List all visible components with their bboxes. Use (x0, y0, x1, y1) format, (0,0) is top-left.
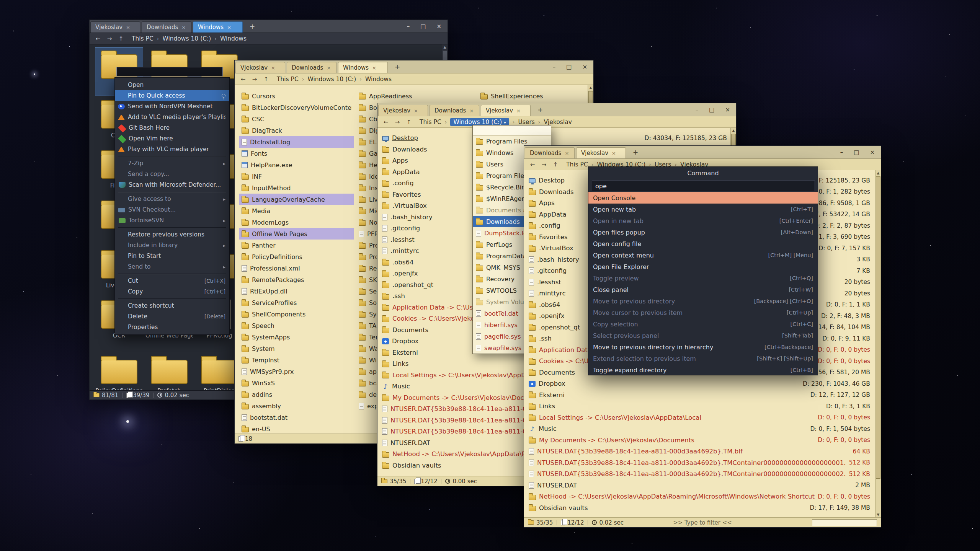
breadcrumb-item[interactable]: This PC (277, 76, 299, 83)
command-item[interactable]: Open new tab[Ctrl+T] (588, 204, 818, 215)
menu-item[interactable]: Create shortcut (115, 300, 229, 311)
titlebar[interactable]: Vjekoslav×Downloads×Vjekoslav×+ – □ × (377, 103, 736, 116)
list-item[interactable]: AppReadiness (356, 90, 471, 102)
command-search-input[interactable] (592, 181, 815, 191)
new-tab-button[interactable]: + (630, 148, 641, 156)
breadcrumb-item[interactable]: Vjekoslav (544, 119, 572, 126)
list-item[interactable]: LinksD: 0, F: 3, 1 KB (526, 401, 872, 412)
grid-item[interactable]: Prefetch (145, 353, 193, 390)
maximize-button[interactable]: □ (709, 106, 714, 113)
breadcrumb-item[interactable]: Windows 10 (C:) (307, 76, 356, 83)
scroll-down-icon[interactable]: ▼ (875, 512, 881, 517)
tab-downloads[interactable]: Downloads× (287, 62, 336, 73)
tab-vjekoslav[interactable]: Vjekoslav× (576, 147, 626, 158)
breadcrumb-item[interactable]: This PC (566, 161, 588, 168)
forward-button[interactable]: → (393, 119, 402, 126)
scroll-up-icon[interactable]: ▲ (875, 170, 881, 176)
minimize-button[interactable]: – (553, 64, 556, 70)
list-item[interactable]: ◆DropboxD: 230, F: 1043, 46 GB (526, 378, 872, 390)
tab-close-icon[interactable]: × (181, 24, 186, 30)
list-item[interactable]: NTUSER.DAT{53b39e88-18c4-11ea-a811-000d3… (526, 468, 872, 480)
grid-item[interactable]: PolicyDefinitions (95, 353, 143, 390)
menu-item[interactable]: Pin to Quick access (115, 90, 229, 101)
list-item[interactable]: NetHood -> C:\Users\Vjekoslav\AppData\Ro… (526, 491, 872, 502)
tab-downloads[interactable]: Downloads× (525, 147, 575, 158)
tab-close-icon[interactable]: × (126, 24, 130, 30)
forward-button[interactable]: → (250, 76, 259, 83)
list-item[interactable]: bootstat.dat (239, 412, 354, 423)
forward-button[interactable]: → (105, 35, 114, 42)
tab-vjekoslav[interactable]: Vjekoslav× (481, 105, 531, 116)
list-item[interactable]: TempInst (239, 354, 354, 366)
list-item[interactable]: addins (239, 389, 354, 400)
list-item[interactable]: ShellComponents (239, 308, 354, 320)
menu-item[interactable]: SVN Checkout... (115, 204, 229, 215)
list-item[interactable]: assembly (239, 400, 354, 412)
list-item[interactable]: ♪MusicD: 0, F: 1, 504 bytes (526, 423, 872, 435)
list-item[interactable]: ServiceProfiles (239, 297, 354, 308)
breadcrumb-item[interactable]: Windows (365, 76, 392, 83)
up-button[interactable]: ↑ (116, 35, 126, 42)
list-item[interactable]: NTUSER.DAT{53b39e88-18c4-11ea-a811-000d3… (526, 457, 872, 469)
command-item[interactable]: Extend selection to previous item[Shift+… (588, 353, 818, 364)
command-item[interactable]: Open Console (588, 192, 818, 204)
command-item[interactable]: Move cursor to previous item[Ctrl+Up] (588, 307, 818, 318)
menu-item[interactable]: Send with NordVPN Meshnet (115, 101, 229, 112)
tab-vjekoslav[interactable]: Vjekoslav× (235, 62, 285, 73)
tab-downloads[interactable]: Downloads× (142, 21, 191, 33)
scrollbar-thumb[interactable] (876, 176, 880, 479)
tab-close-icon[interactable]: × (469, 108, 474, 114)
list-item[interactable]: WMSysPr9.prx (239, 366, 354, 377)
minimize-button[interactable]: – (696, 106, 699, 113)
list-item[interactable]: EksterniD: 12, F: 127, 12 GB (526, 390, 872, 401)
command-item[interactable]: Open context menu[Ctrl+M] [Menu] (588, 249, 818, 261)
filter-input[interactable] (812, 519, 877, 526)
list-item[interactable]: en-US (239, 423, 354, 434)
maximize-button[interactable]: □ (854, 149, 859, 156)
list-item[interactable]: INF (239, 171, 354, 182)
tab-close-icon[interactable]: × (227, 24, 231, 30)
scroll-up-icon[interactable]: ▲ (731, 128, 736, 133)
list-item[interactable]: Local Settings -> C:\Users\Vjekoslav\App… (526, 412, 872, 424)
list-item[interactable]: Obsidian vaultsD: 17, F: 149, 38 MB (526, 502, 872, 514)
breadcrumb-item[interactable]: This PC (132, 35, 154, 42)
menu-item[interactable]: Pin to Start (115, 251, 229, 261)
path-edit-input[interactable] (473, 126, 551, 135)
menu-item[interactable]: 7-Zip▸ (115, 158, 229, 169)
menu-item[interactable]: Properties (115, 322, 229, 333)
tab-close-icon[interactable]: × (271, 65, 275, 71)
close-button[interactable]: × (582, 64, 587, 70)
list-item[interactable]: Offline Web Pages (239, 228, 354, 240)
menu-item[interactable]: Give access to▸ (115, 194, 229, 204)
tab-close-icon[interactable]: × (612, 150, 616, 156)
list-item[interactable]: DesktopD: 43034, F: 125185, 23 GB (380, 132, 729, 144)
tab-close-icon[interactable]: × (565, 150, 569, 156)
menu-item[interactable]: Git Bash Here (115, 122, 229, 133)
back-button[interactable]: ← (528, 161, 537, 168)
menu-item[interactable]: Play with VLC media player (115, 144, 229, 155)
tab-windows[interactable]: Windows× (338, 62, 388, 73)
menu-item[interactable]: Copy[Ctrl+C] (115, 286, 229, 297)
list-item[interactable]: PolicyDefinitions (239, 251, 354, 262)
list-item[interactable]: My Documents -> C:\Users\Vjekoslav\Docum… (526, 435, 872, 446)
command-item[interactable]: Close panel[Ctrl+W] (588, 284, 818, 295)
close-button[interactable]: × (870, 149, 875, 156)
back-button[interactable]: ← (238, 76, 248, 83)
titlebar[interactable]: Vjekoslav×Downloads×Windows×+ – □ × (90, 20, 448, 33)
tab-downloads[interactable]: Downloads× (430, 105, 479, 116)
tab-close-icon[interactable]: × (414, 108, 418, 114)
list-item[interactable]: LanguageOverlayCache (239, 194, 354, 205)
command-item[interactable]: Select previous panel[Shift+Tab] (588, 330, 818, 341)
menu-item[interactable]: Open (115, 80, 229, 90)
breadcrumb-item[interactable]: Windows 10 (C:)▾ (450, 118, 509, 126)
back-button[interactable]: ← (381, 119, 390, 126)
command-item[interactable]: Move to previous directory in hierarchy[… (588, 341, 818, 353)
titlebar[interactable]: Vjekoslav×Downloads×Windows×+ – □ × (235, 60, 593, 73)
menu-item[interactable]: Cut[Ctrl+X] (115, 276, 229, 286)
minimize-button[interactable]: – (840, 149, 843, 156)
vertical-scrollbar[interactable]: ▲ ▼ (875, 170, 881, 517)
list-item[interactable]: DiagTrack (239, 125, 354, 136)
menu-item[interactable]: TortoiseSVN▸ (115, 215, 229, 226)
list-item[interactable]: RtlExUpd.dll (239, 285, 354, 297)
menu-item[interactable]: Open Vim here (115, 133, 229, 144)
